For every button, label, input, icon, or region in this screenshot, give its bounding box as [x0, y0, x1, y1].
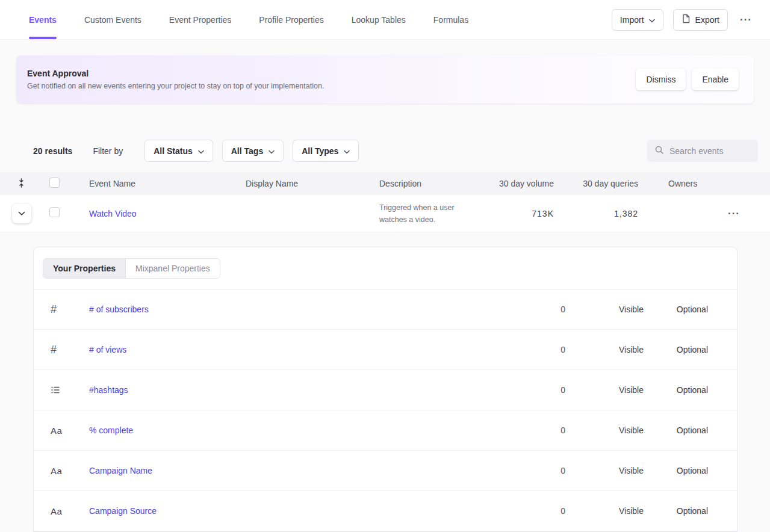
- tab-events[interactable]: Events: [29, 0, 57, 39]
- export-file-icon: [682, 14, 691, 25]
- property-name-link[interactable]: Campaign Source: [89, 506, 157, 516]
- search-icon: [654, 145, 664, 157]
- select-all-checkbox[interactable]: [49, 178, 60, 188]
- chevron-down-icon: [198, 146, 204, 156]
- collapse-all-icon[interactable]: [17, 178, 26, 188]
- tab-event-properties[interactable]: Event Properties: [169, 0, 232, 39]
- status-filter-label: All Status: [154, 146, 193, 156]
- header-30-day-queries: 30 day queries: [560, 179, 644, 188]
- list-item: # # of views 0 Visible Optional: [34, 330, 737, 370]
- import-button[interactable]: Import: [612, 9, 663, 31]
- property-count: 0: [493, 305, 565, 314]
- chevron-down-icon: [649, 15, 655, 25]
- property-visibility: Visible: [565, 385, 644, 395]
- filter-by-label: Filter by: [93, 146, 123, 156]
- filter-bar: 20 results Filter by All Status All Tags…: [33, 140, 758, 162]
- event-description: Triggered when a user watches a video.: [379, 202, 494, 226]
- chevron-down-icon: [18, 209, 25, 218]
- status-filter-dropdown[interactable]: All Status: [144, 140, 213, 162]
- property-requirement: Optional: [644, 425, 719, 435]
- property-count: 0: [493, 506, 565, 516]
- event-approval-banner: Event Approval Get notified on all new e…: [16, 55, 754, 104]
- tab-your-properties[interactable]: Your Properties: [43, 259, 125, 278]
- header-owners: Owners: [644, 179, 710, 188]
- nav-more-button[interactable]: ···: [737, 11, 754, 28]
- tags-filter-dropdown[interactable]: All Tags: [222, 140, 284, 162]
- properties-tabs: Your Properties Mixpanel Properties: [43, 258, 220, 279]
- property-name-link[interactable]: Campaign Name: [89, 466, 152, 475]
- property-requirement: Optional: [644, 466, 719, 475]
- event-30-day-volume: 713K: [494, 209, 560, 218]
- property-count: 0: [493, 425, 565, 435]
- banner-actions: Dismiss Enable: [636, 69, 739, 90]
- search-input[interactable]: [669, 146, 751, 156]
- header-event-name: Event Name: [89, 179, 246, 188]
- text-icon: Aa: [51, 425, 89, 436]
- property-visibility: Visible: [565, 345, 644, 354]
- number-icon: #: [51, 344, 89, 356]
- tab-profile-properties[interactable]: Profile Properties: [259, 0, 323, 39]
- row-expand-button[interactable]: [12, 204, 31, 223]
- event-30-day-queries: 1,382: [560, 209, 644, 218]
- text-icon: Aa: [51, 466, 89, 476]
- event-name-link[interactable]: Watch Video: [89, 209, 137, 218]
- text-icon: Aa: [51, 506, 89, 516]
- export-button[interactable]: Export: [673, 9, 728, 31]
- tab-formulas[interactable]: Formulas: [433, 0, 468, 39]
- list-item: # # of subscribers 0 Visible Optional: [34, 289, 737, 330]
- property-visibility: Visible: [565, 466, 644, 475]
- property-visibility: Visible: [565, 506, 644, 516]
- events-table-header: Event Name Display Name Description 30 d…: [0, 172, 770, 195]
- list-item: Aa Campaign Name 0 Visible Optional: [34, 451, 737, 491]
- search-box[interactable]: [647, 140, 758, 162]
- property-count: 0: [493, 345, 565, 354]
- top-navigation: Events Custom Events Event Properties Pr…: [0, 0, 770, 40]
- list-item: Aa Campaign Source 0 Visible Optional: [34, 491, 737, 531]
- lexicon-tabs: Events Custom Events Event Properties Pr…: [29, 0, 468, 39]
- list-item: #hashtags 0 Visible Optional: [34, 370, 737, 410]
- tags-filter-label: All Tags: [231, 146, 263, 156]
- export-button-label: Export: [695, 15, 719, 25]
- dismiss-button[interactable]: Dismiss: [636, 69, 686, 90]
- tab-custom-events[interactable]: Custom Events: [84, 0, 141, 39]
- enable-button[interactable]: Enable: [692, 69, 739, 90]
- property-name-link[interactable]: % complete: [89, 425, 133, 435]
- header-description: Description: [379, 179, 494, 188]
- header-30-day-volume: 30 day volume: [494, 179, 560, 188]
- import-button-label: Import: [620, 15, 644, 25]
- results-count: 20 results: [33, 146, 72, 156]
- types-filter-dropdown[interactable]: All Types: [293, 140, 359, 162]
- header-display-name: Display Name: [246, 179, 379, 188]
- property-name-link[interactable]: #hashtags: [89, 385, 128, 395]
- list-item: Aa % complete 0 Visible Optional: [34, 410, 737, 451]
- chevron-down-icon: [269, 146, 275, 156]
- row-checkbox[interactable]: [49, 207, 60, 217]
- row-more-button[interactable]: ···: [725, 205, 742, 222]
- property-requirement: Optional: [644, 385, 719, 395]
- property-requirement: Optional: [644, 345, 719, 354]
- banner-description: Get notified on all new events entering …: [27, 82, 324, 90]
- property-visibility: Visible: [565, 425, 644, 435]
- table-row: Watch Video Triggered when a user watche…: [0, 195, 770, 232]
- chevron-down-icon: [344, 146, 350, 156]
- property-name-link[interactable]: # of subscribers: [89, 305, 149, 314]
- number-icon: #: [51, 303, 89, 316]
- banner-text: Event Approval Get notified on all new e…: [27, 69, 324, 90]
- properties-panel: Your Properties Mixpanel Properties # # …: [33, 247, 737, 532]
- property-count: 0: [493, 385, 565, 395]
- property-name-link[interactable]: # of views: [89, 345, 126, 354]
- types-filter-label: All Types: [302, 146, 338, 156]
- nav-actions: Import Export ···: [612, 0, 754, 39]
- property-requirement: Optional: [644, 506, 719, 516]
- list-icon: [51, 385, 89, 395]
- property-visibility: Visible: [565, 305, 644, 314]
- property-requirement: Optional: [644, 305, 719, 314]
- tab-lookup-tables[interactable]: Lookup Tables: [352, 0, 406, 39]
- tab-mixpanel-properties[interactable]: Mixpanel Properties: [125, 259, 220, 278]
- property-count: 0: [493, 466, 565, 475]
- banner-title: Event Approval: [27, 69, 324, 78]
